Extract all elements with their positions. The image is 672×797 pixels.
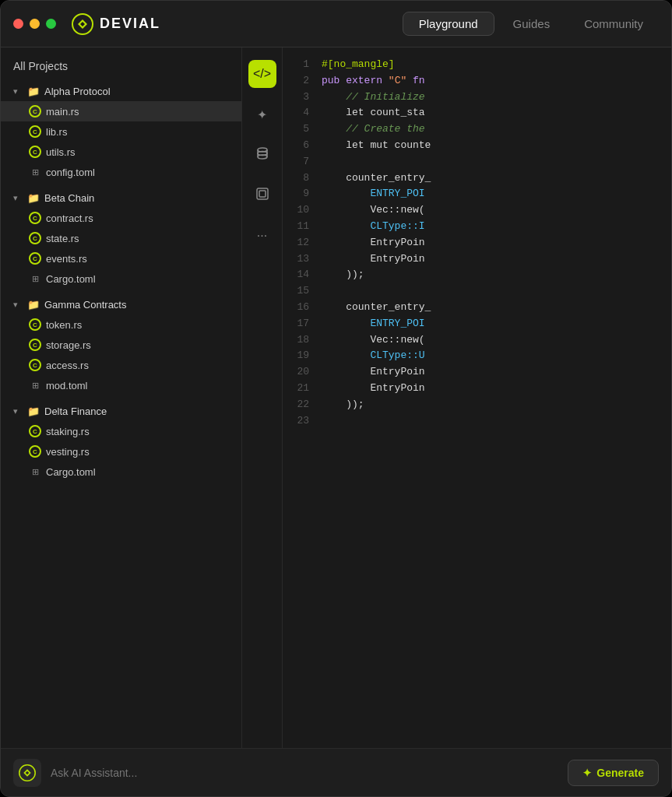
file-item-staking-rs[interactable]: staking.rs [1, 421, 241, 441]
code-tool-button[interactable]: </> [248, 60, 276, 88]
line-num-4: 4 [283, 105, 309, 121]
logo-text: DEVIAL [100, 16, 160, 32]
rs-icon-lib [29, 125, 41, 138]
file-item-cargo-toml-delta[interactable]: ⊞ Cargo.toml [1, 462, 241, 482]
file-item-main-rs[interactable]: main.rs [1, 101, 241, 121]
folder-alpha-icon: 📁 [27, 86, 40, 97]
tab-community[interactable]: Community [568, 12, 659, 35]
maximize-button[interactable] [46, 19, 56, 29]
ai-tool-button[interactable]: ✦ [248, 100, 276, 128]
code-line-9: ENTRY_POI [322, 186, 671, 202]
token-2-2: "C" [389, 75, 406, 86]
tree-group-alpha-header[interactable]: ▾ 📁 Alpha Protocol [1, 82, 241, 101]
minimize-button[interactable] [30, 19, 40, 29]
file-item-access-rs[interactable]: access.rs [1, 355, 241, 375]
group-name-gamma: Gamma Contracts [44, 299, 126, 311]
token-2-1: pub extern [322, 75, 389, 86]
file-item-token-rs[interactable]: token.rs [1, 314, 241, 335]
code-line-4: let count_sta [322, 105, 671, 121]
tree-group-beta: ▾ 📁 Beta Chain contract.rs state.rs even… [1, 185, 241, 292]
file-item-storage-rs[interactable]: storage.rs [1, 335, 241, 355]
code-line-13: EntryPoin [322, 251, 671, 268]
rs-icon-utils [29, 146, 41, 158]
folder-gamma-icon: 📁 [27, 299, 40, 311]
token-1-1: #[no_mangle] [322, 58, 395, 70]
file-item-vesting-rs[interactable]: vesting.rs [1, 441, 241, 462]
chevron-beta-icon: ▾ [13, 193, 23, 203]
generate-button[interactable]: ✦ Generate [568, 760, 659, 786]
rs-icon-access [29, 359, 41, 371]
tree-group-alpha: ▾ 📁 Alpha Protocol main.rs lib.rs utils.… [1, 79, 241, 185]
file-label-state-rs: state.rs [46, 233, 79, 244]
file-item-lib-rs[interactable]: lib.rs [1, 121, 241, 142]
code-line-5: // Create the [322, 121, 671, 138]
code-line-14: )); [322, 267, 671, 283]
rs-icon-storage [29, 339, 41, 351]
chevron-delta-icon: ▾ [13, 406, 23, 416]
code-line-16: counter_entry_ [322, 300, 671, 316]
token-22-1: )); [322, 398, 364, 410]
folder-delta-icon: 📁 [27, 406, 40, 417]
file-label-storage-rs: storage.rs [46, 339, 91, 351]
code-editor[interactable]: 1 2 3 4 5 6 7 8 9 10 11 12 13 14 15 16 1 [283, 47, 671, 748]
file-item-mod-toml[interactable]: ⊞ mod.toml [1, 375, 241, 395]
token-3-1: // Initialize [322, 91, 425, 103]
code-line-11: CLType::I [322, 219, 671, 235]
line-num-14: 14 [283, 267, 309, 283]
line-num-19: 19 [283, 348, 309, 364]
database-tool-button[interactable] [248, 141, 276, 169]
file-item-contract-rs[interactable]: contract.rs [1, 208, 241, 228]
icon-toolbar: </> ✦ [242, 47, 283, 748]
code-line-20: EntryPoin [322, 364, 671, 381]
file-item-cargo-toml-beta[interactable]: ⊞ Cargo.toml [1, 269, 241, 289]
tab-playground[interactable]: Playground [403, 12, 494, 36]
token-13-1: EntryPoin [322, 253, 425, 265]
more-tool-button[interactable]: ··· [248, 222, 276, 250]
sidebar-header: All Projects [1, 47, 241, 79]
logo-area: DEVIAL [72, 13, 160, 35]
rs-icon-staking [29, 425, 41, 437]
line-num-3: 3 [283, 90, 309, 106]
box-tool-button[interactable] [248, 181, 276, 209]
generate-label: Generate [596, 767, 644, 779]
tree-group-beta-header[interactable]: ▾ 📁 Beta Chain [1, 188, 241, 208]
bottom-bar: ✦ Generate [1, 748, 671, 796]
file-label-config-toml: config.toml [46, 167, 95, 178]
rs-icon-token [29, 318, 41, 331]
line-num-7: 7 [283, 154, 309, 170]
token-2-3: fn [406, 75, 424, 86]
file-item-events-rs[interactable]: events.rs [1, 248, 241, 269]
file-item-utils-rs[interactable]: utils.rs [1, 142, 241, 162]
file-label-vesting-rs: vesting.rs [46, 446, 90, 458]
line-numbers: 1 2 3 4 5 6 7 8 9 10 11 12 13 14 15 16 1 [283, 57, 322, 429]
group-name-beta: Beta Chain [44, 192, 94, 204]
file-label-cargo-toml-delta: Cargo.toml [46, 466, 96, 478]
line-num-22: 22 [283, 397, 309, 413]
tree-group-delta-header[interactable]: ▾ 📁 Delta Finance [1, 402, 241, 421]
token-6-1: let mut counte [322, 139, 431, 151]
file-label-events-rs: events.rs [46, 253, 87, 265]
rs-icon-vesting [29, 445, 41, 458]
token-16-1: counter_entry_ [322, 301, 431, 313]
code-line-1: #[no_mangle] [322, 57, 671, 73]
tab-guides[interactable]: Guides [498, 12, 566, 35]
code-line-18: Vec::new( [322, 332, 671, 349]
database-icon [255, 146, 269, 163]
token-21-1: EntryPoin [322, 382, 425, 394]
devial-logo-icon [72, 13, 93, 35]
code-line-23 [322, 413, 671, 430]
ai-assistant-input[interactable] [51, 767, 558, 779]
rs-icon-main [29, 105, 41, 118]
line-num-21: 21 [283, 381, 309, 397]
sparkle-icon: ✦ [257, 107, 267, 122]
tree-group-gamma-header[interactable]: ▾ 📁 Gamma Contracts [1, 295, 241, 314]
line-num-23: 23 [283, 413, 309, 430]
line-num-9: 9 [283, 186, 309, 202]
file-item-config-toml[interactable]: ⊞ config.toml [1, 162, 241, 182]
token-10-1: Vec::new( [322, 204, 425, 216]
line-num-6: 6 [283, 138, 309, 154]
file-label-token-rs: token.rs [46, 319, 82, 331]
file-item-state-rs[interactable]: state.rs [1, 228, 241, 248]
ai-logo [13, 759, 41, 787]
close-button[interactable] [13, 19, 23, 29]
